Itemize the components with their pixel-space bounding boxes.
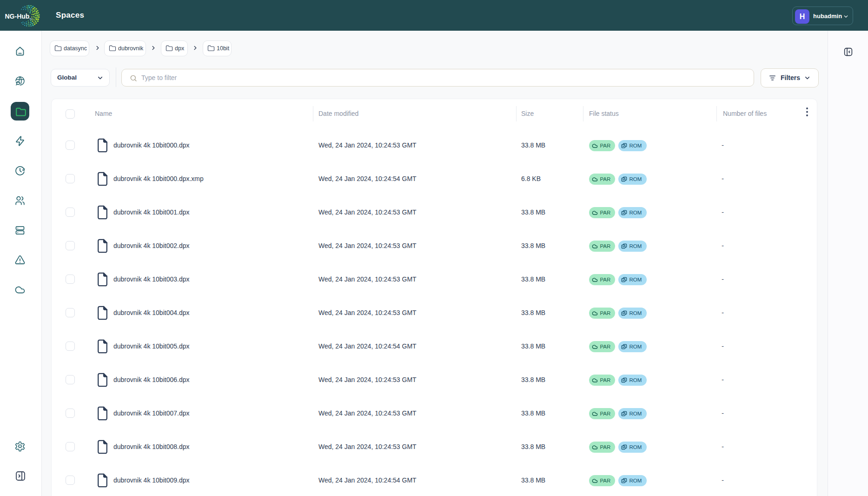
svg-text:NG-Hub: NG-Hub — [5, 13, 30, 20]
svg-text:TM: TM — [29, 18, 33, 20]
